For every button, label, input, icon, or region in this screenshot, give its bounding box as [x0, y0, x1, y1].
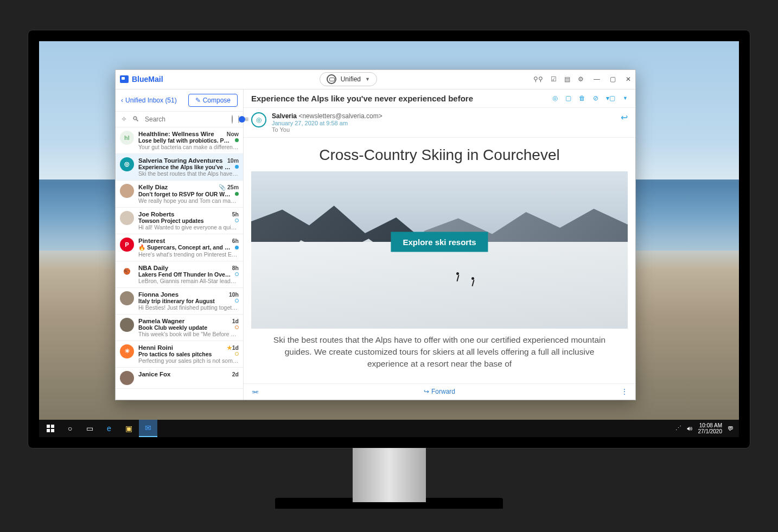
pencil-icon: ✎ — [195, 97, 201, 104]
camera-icon — [327, 74, 336, 84]
account-picker[interactable]: Unified ▼ — [320, 72, 377, 86]
start-icon[interactable] — [41, 420, 60, 437]
sender-label: Salveria Touring Adventures — [138, 157, 222, 164]
time-label: ★1d — [227, 344, 239, 351]
chevron-down-icon[interactable]: ▼ — [623, 95, 628, 101]
svg-rect-0 — [47, 425, 50, 428]
status-dot — [235, 325, 239, 329]
forward-button[interactable]: ↪ Forward — [424, 388, 455, 395]
mail-row[interactable]: 🏀NBA Daily8hLakers Fend Off Thunder In O… — [116, 261, 243, 288]
time-label: Now — [227, 131, 239, 137]
mail-row[interactable]: Joe Roberts5hTowson Project updatesHi al… — [116, 208, 243, 234]
sender-info: Salveria <newsletters@salveria.com> Janu… — [272, 112, 382, 133]
date-label: 27/1/2020 — [698, 428, 723, 434]
avatar — [120, 318, 134, 332]
forward-label: Forward — [431, 388, 455, 395]
subject-label: Lakers Fend Off Thunder In Overtime; Tak… — [138, 271, 233, 278]
mail-row[interactable]: Pamela Wagner1dBook Club weekly updateTh… — [116, 315, 243, 341]
status-dot — [235, 299, 239, 303]
mail-row[interactable]: PPinterest6h🔥 Supercars, Concept art, an… — [116, 234, 243, 261]
calendar-icon[interactable]: ▤ — [564, 75, 570, 83]
reply-icon[interactable]: ↩ — [621, 112, 628, 123]
taskview-icon[interactable]: ▭ — [80, 420, 99, 437]
sender-label: Henni Roini — [138, 344, 173, 351]
compose-button[interactable]: ✎ Compose — [188, 94, 238, 107]
mail-row[interactable]: Janice Fox2d — [116, 368, 243, 389]
sender-avatar: ◎ — [251, 112, 266, 127]
mail-row[interactable]: ◎Salveria Touring Adventures10mExperienc… — [116, 154, 243, 181]
compose-label: Compose — [203, 97, 231, 104]
folder-icon[interactable]: ▢ — [565, 94, 571, 102]
cta-button[interactable]: Explore ski resorts — [391, 232, 488, 252]
status-dot — [235, 352, 239, 356]
taskbar-clock[interactable]: 10:08 AM 27/1/2020 — [698, 422, 723, 434]
tray-volume-icon[interactable]: 🔊︎ — [687, 425, 693, 432]
avatar: 🏀 — [120, 265, 134, 279]
bluemail-logo-icon — [120, 75, 129, 83]
mark-read-icon[interactable]: ◎ — [552, 94, 558, 102]
sender-address: <newsletters@salveria.com> — [298, 112, 382, 120]
search-icon[interactable]: 🔍︎ — [132, 115, 139, 123]
sidebar: ‹ Unified Inbox (51) ✎ Compose ✧ 🔍︎ — [116, 89, 244, 400]
search-input[interactable] — [145, 116, 226, 123]
preview-label: Hi Besties! Just finished putting togeth… — [138, 304, 239, 311]
mail-row[interactable]: Fionna Jones10hItaly trip itinerary for … — [116, 288, 243, 315]
account-label: Unified — [341, 75, 361, 83]
close-button[interactable]: ✕ — [626, 75, 631, 83]
sparkle-icon[interactable]: ✧ — [121, 115, 127, 123]
time-label: 5h — [232, 211, 239, 217]
sender-label: NBA Daily — [138, 265, 168, 271]
time-label: 📎 25m — [219, 184, 239, 191]
share-icon[interactable]: ⫘ — [251, 387, 259, 396]
mail-row[interactable]: hlHealthline: Wellness WireNowLose belly… — [116, 127, 243, 154]
spam-icon[interactable]: ⊘ — [593, 94, 598, 102]
mail-row[interactable]: ✳Henni Roini★1dPro tactics fo sales pitc… — [116, 341, 243, 368]
mail-list: hlHealthline: Wellness WireNowLose belly… — [116, 127, 243, 400]
reader-pane: Experience the Alps like you've never ex… — [244, 89, 635, 400]
sender-label: Janice Fox — [138, 371, 170, 377]
back-to-inbox[interactable]: ‹ Unified Inbox (51) — [121, 97, 177, 104]
unread-toggle[interactable] — [238, 116, 239, 123]
maximize-button[interactable]: ▢ — [610, 75, 616, 83]
mail-row[interactable]: Kelly Diaz📎 25mDon't forget to RSVP for … — [116, 181, 243, 208]
app-name: BlueMail — [132, 75, 163, 84]
time-label: 10m — [227, 157, 239, 164]
message-actions: ◎ ▢ 🗑 ⊘ ▾▢ ▼ — [552, 94, 628, 102]
subject-label: Book Club weekly update — [138, 324, 233, 331]
clipboard-icon[interactable]: ☑ — [551, 75, 557, 83]
preview-label: This week's book will be "Me Before You"… — [138, 331, 239, 337]
explorer-icon[interactable]: ▣ — [119, 420, 138, 437]
sidebar-header: ‹ Unified Inbox (51) ✎ Compose — [116, 89, 243, 112]
time-label: 1d — [232, 318, 239, 324]
target-icon[interactable] — [232, 115, 233, 124]
trash-icon[interactable]: 🗑 — [579, 94, 585, 102]
gear-icon[interactable]: ⚙ — [578, 75, 584, 83]
archive-icon[interactable]: ▾▢ — [606, 94, 615, 102]
chevron-down-icon: ▼ — [365, 76, 370, 82]
preview-label: Your gut bacteria can make a difference … — [138, 144, 239, 150]
preview-label: Perfecting your sales pitch is not somet… — [138, 357, 239, 364]
status-dot — [235, 272, 239, 276]
tray-network-icon[interactable]: ⋰ — [675, 425, 681, 432]
app-brand: BlueMail — [120, 75, 163, 84]
cortana-icon[interactable]: ○ — [61, 420, 79, 437]
edge-icon[interactable]: e — [100, 420, 118, 437]
chevron-left-icon: ‹ — [121, 97, 123, 104]
bluemail-taskbar-icon[interactable]: ✉ — [139, 420, 157, 437]
sender-label: Pinterest — [138, 238, 165, 244]
people-icon[interactable]: ⚲⚲ — [533, 75, 543, 83]
minimize-button[interactable]: — — [594, 75, 600, 83]
notifications-icon[interactable]: 💬︎ — [728, 425, 734, 432]
hero-image: Explore ski resorts — [251, 171, 628, 329]
avatar — [120, 184, 134, 198]
content-paragraph: Ski the best routes that the Alps have t… — [244, 329, 635, 370]
time-label: 10:08 AM — [698, 422, 723, 428]
svg-rect-2 — [47, 429, 50, 432]
more-menu-icon[interactable]: ⋮ — [621, 388, 628, 395]
avatar — [120, 291, 134, 305]
forward-icon: ↪ — [424, 388, 429, 395]
subject-label: Don't forget to RSVP for OUR Wedding!! — [138, 191, 233, 197]
sender-label: Joe Roberts — [138, 211, 174, 217]
sender-label: Fionna Jones — [138, 291, 178, 298]
message-subject: Experience the Alps like you've never ex… — [251, 94, 473, 103]
